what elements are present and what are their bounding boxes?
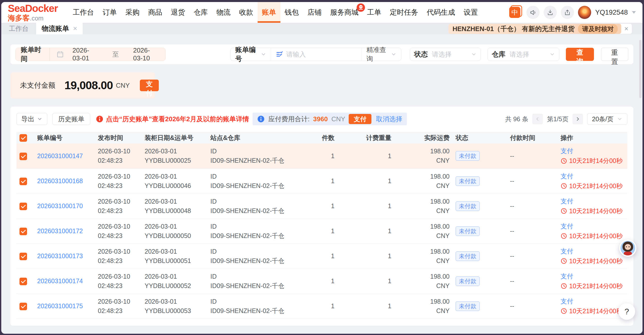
bill-number-input[interactable]: 请输入 xyxy=(271,48,362,61)
nav-item-物流[interactable]: 物流 xyxy=(212,2,235,23)
search-button[interactable]: 查 询 xyxy=(566,48,594,61)
chevron-down-icon xyxy=(471,52,477,57)
billing-weight: 1 xyxy=(338,244,394,269)
tab-workbench[interactable]: 工作台 xyxy=(1,23,36,34)
row-checkbox[interactable] xyxy=(19,303,27,310)
status-badge: 未付款 xyxy=(456,201,480,211)
row-checkbox[interactable] xyxy=(19,228,27,235)
username[interactable]: YQ192548 xyxy=(595,9,628,16)
chevron-down-icon xyxy=(391,52,396,57)
payment-countdown: 10天21时14分00秒 xyxy=(561,181,624,191)
row-checkbox[interactable] xyxy=(19,203,27,210)
nav-item-收款[interactable]: 收款 xyxy=(235,2,258,23)
pay-selected-button[interactable]: 支付 xyxy=(349,114,371,124)
warehouse-select[interactable]: 仓库 请选择 xyxy=(487,48,559,61)
waybill-number: YYDBLU000053 xyxy=(145,306,204,316)
pay-action-link[interactable]: 支付 xyxy=(561,172,573,181)
user-avatar[interactable] xyxy=(578,6,591,19)
export-share-button[interactable] xyxy=(561,6,574,19)
row-checkbox[interactable] xyxy=(19,178,27,185)
next-page-button[interactable] xyxy=(572,114,583,124)
search-field-selector[interactable]: 账单编号 xyxy=(231,48,271,61)
load-date: 2026-03-01 xyxy=(145,297,204,306)
date-to-value[interactable]: 2026-03-10 xyxy=(133,46,159,62)
nav-item-工单[interactable]: 工单 xyxy=(363,2,386,23)
prev-page-button[interactable] xyxy=(532,114,543,124)
tab-bar: 工作台 物流账单 × HENZHEN-01（千仓） 有新的无主件退货 请及时核对… xyxy=(1,23,642,34)
nav-item-设置[interactable]: 设置 xyxy=(459,2,482,23)
pay-action-link[interactable]: 支付 xyxy=(561,197,573,206)
site: ID xyxy=(210,222,307,231)
nav-item-订单[interactable]: 订单 xyxy=(98,2,121,23)
row-checkbox[interactable] xyxy=(19,278,27,285)
banner-close-icon[interactable]: × xyxy=(624,25,628,33)
freight-currency: CNY xyxy=(397,306,450,316)
nav-item-定时任务[interactable]: 定时任务 xyxy=(386,2,423,23)
row-checkbox[interactable] xyxy=(19,153,27,160)
bill-number-link[interactable]: 2026031000170 xyxy=(37,202,83,209)
bill-number-link[interactable]: 2026031000147 xyxy=(37,152,83,159)
bill-number-link[interactable]: 2026031000175 xyxy=(37,302,83,309)
pagination: 共 96 条 第1/5页 20条/页 xyxy=(505,113,627,125)
nav-item-代码生成[interactable]: 代码生成 xyxy=(423,2,459,23)
nav-item-账单[interactable]: 账单 xyxy=(258,2,280,23)
chevron-down-icon[interactable] xyxy=(632,11,636,14)
help-button[interactable]: ? xyxy=(618,303,635,320)
freight-currency: CNY xyxy=(397,256,450,266)
publish-date: 2026-03-10 xyxy=(98,222,139,231)
assistant-avatar-button[interactable] xyxy=(619,240,636,257)
status-badge: 未付款 xyxy=(456,251,480,261)
payable-amount: 3960 xyxy=(313,115,328,123)
bill-number-link[interactable]: 2026031000172 xyxy=(37,227,83,234)
date-from-value[interactable]: 2026-03-01 xyxy=(73,46,98,62)
notification-banner: HENZHEN-01（千仓） 有新的无主件退货 请及时核对 × xyxy=(449,24,632,34)
info-icon-red xyxy=(96,115,103,123)
main-content: 账单时间 2026-03-01 至 2026-03-10 xyxy=(1,34,642,334)
table-toolbar: 导出 历史账单 点击“历史账单”查看2026年2月及以前的账单详情 xyxy=(16,113,627,125)
nav-item-商品[interactable]: 商品 xyxy=(144,2,167,23)
nav-item-退货[interactable]: 退货 xyxy=(167,2,189,23)
history-bills-button[interactable]: 历史账单 xyxy=(52,113,90,125)
nav-item-店铺[interactable]: 店铺 xyxy=(303,2,326,23)
pay-button[interactable]: 支付 xyxy=(140,80,159,91)
reset-button[interactable]: 重 置 xyxy=(601,48,628,61)
export-button[interactable]: 导出 xyxy=(16,113,47,125)
pay-action-link[interactable]: 支付 xyxy=(561,297,573,306)
site: ID xyxy=(210,147,307,156)
warehouse: ID09-SHENZHEN-02-千仓 xyxy=(210,156,307,165)
bill-date-range-picker[interactable]: 账单时间 2026-03-01 至 2026-03-10 xyxy=(15,48,166,61)
tab-close-icon[interactable]: × xyxy=(73,25,77,33)
pay-action-link[interactable]: 支付 xyxy=(561,247,573,256)
table-header-cell: 状态 xyxy=(453,132,507,143)
bill-number-link[interactable]: 2026031000174 xyxy=(37,277,83,284)
pay-action-link[interactable]: 支付 xyxy=(561,272,573,281)
nav-item-采购[interactable]: 采购 xyxy=(121,2,144,23)
vertical-scrollbar[interactable] xyxy=(639,40,641,98)
load-date: 2026-03-01 xyxy=(145,272,204,281)
nav-item-工作台[interactable]: 工作台 xyxy=(69,2,98,23)
freight-currency: CNY xyxy=(397,231,450,241)
bill-number-link[interactable]: 2026031000168 xyxy=(37,177,83,184)
cancel-selection-link[interactable]: 取消选择 xyxy=(376,115,402,124)
pay-time: -- xyxy=(507,169,558,194)
row-checkbox[interactable] xyxy=(19,253,27,260)
nav-item-仓库[interactable]: 仓库 xyxy=(189,2,212,23)
select-all-checkbox[interactable] xyxy=(19,134,27,142)
table-row: 2026031000172 2026-03-1002:48:23 2026-03… xyxy=(16,219,627,244)
nav-item-服务商城[interactable]: 服务商城 xyxy=(326,2,363,23)
precise-query-selector[interactable]: 精准查询 xyxy=(362,48,401,61)
page-size-select[interactable]: 20条/页 xyxy=(587,113,627,125)
table-row: 2026031000173 2026-03-1002:48:23 2026-03… xyxy=(16,244,627,269)
banner-action-pill[interactable]: 请及时核对 xyxy=(578,24,618,34)
announcement-button[interactable] xyxy=(526,6,540,19)
bill-number-link[interactable]: 2026031000173 xyxy=(37,252,83,259)
tab-logistics-bill[interactable]: 物流账单 × xyxy=(36,23,83,34)
language-switch-icon[interactable]: 中 xyxy=(509,7,520,18)
import-button[interactable] xyxy=(544,6,557,19)
status-select[interactable]: 状态 请选择 xyxy=(410,48,481,61)
nav-item-钱包[interactable]: 钱包 xyxy=(280,2,303,23)
status-badge: 未付款 xyxy=(456,151,480,161)
app-logo[interactable]: SeaDocker 海多客.com xyxy=(8,3,58,22)
pay-action-link[interactable]: 支付 xyxy=(561,146,573,156)
pay-action-link[interactable]: 支付 xyxy=(561,222,573,231)
